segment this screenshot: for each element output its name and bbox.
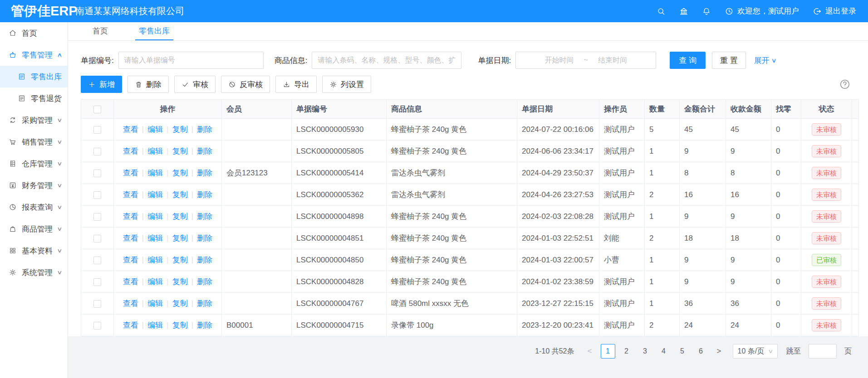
- sidebar-item-retail-outbound[interactable]: 零售出库: [0, 66, 68, 87]
- delete-link[interactable]: 删除: [196, 211, 213, 222]
- jump-page-input[interactable]: [809, 344, 837, 359]
- edit-link[interactable]: 编辑: [147, 233, 164, 243]
- select-all-checkbox[interactable]: [93, 106, 101, 113]
- expand-link[interactable]: 展开 ∨: [754, 55, 776, 66]
- row-checkbox[interactable]: [93, 191, 101, 199]
- next-page-button[interactable]: >: [712, 344, 726, 358]
- copy-link[interactable]: 复制: [172, 168, 189, 178]
- row-checkbox[interactable]: [93, 126, 101, 134]
- copy-link[interactable]: 复制: [172, 146, 189, 156]
- goods-info-input[interactable]: [312, 52, 461, 69]
- page-number-6[interactable]: 6: [694, 344, 708, 359]
- delete-link[interactable]: 删除: [196, 276, 213, 287]
- copy-link[interactable]: 复制: [172, 276, 189, 287]
- bank-icon[interactable]: [679, 7, 688, 16]
- copy-link[interactable]: 复制: [172, 211, 189, 222]
- delete-link[interactable]: 删除: [196, 168, 213, 178]
- row-checkbox[interactable]: [93, 148, 101, 155]
- goods-cell: 蜂蜜柚子茶 240g 黄色: [387, 271, 517, 293]
- copy-link[interactable]: 复制: [172, 189, 189, 200]
- delete-link[interactable]: 删除: [196, 189, 213, 200]
- search-button[interactable]: 查 询: [670, 52, 706, 69]
- sidebar-item-warehouse-mgmt[interactable]: 仓库管理∨: [0, 153, 68, 174]
- delete-link[interactable]: 删除: [196, 146, 213, 156]
- copy-link[interactable]: 复制: [172, 124, 189, 135]
- sidebar-item-basic-data[interactable]: 基本资料∨: [0, 240, 68, 262]
- row-checkbox[interactable]: [93, 235, 101, 242]
- row-checkbox[interactable]: [93, 213, 101, 221]
- edit-link[interactable]: 编辑: [147, 298, 164, 309]
- sidebar-item-finance-mgmt[interactable]: 财务管理∨: [0, 174, 68, 196]
- logout-button[interactable]: 退出登录: [813, 6, 856, 16]
- copy-link[interactable]: 复制: [172, 233, 189, 243]
- row-checkbox[interactable]: [93, 322, 101, 330]
- help-icon[interactable]: [839, 78, 851, 90]
- sidebar-item-sales-mgmt[interactable]: 销售管理∨: [0, 131, 68, 153]
- view-link[interactable]: 查看: [122, 298, 139, 309]
- table-row: 查看|编辑|复制|删除LSCK00000005930蜂蜜柚子茶 240g 黄色2…: [81, 119, 859, 141]
- page-number-4[interactable]: 4: [657, 344, 671, 359]
- delete-link[interactable]: 删除: [196, 298, 213, 309]
- add-button[interactable]: 新增: [81, 76, 122, 93]
- sidebar-item-system-mgmt[interactable]: 系统管理∨: [0, 262, 68, 283]
- date-range-input[interactable]: 开始时间 ~ 结束时间: [515, 52, 656, 69]
- view-link[interactable]: 查看: [122, 168, 139, 178]
- sidebar-item-purchase-mgmt[interactable]: 采购管理∨: [0, 109, 68, 131]
- row-checkbox[interactable]: [93, 257, 101, 264]
- sidebar-item-retail-mgmt[interactable]: 零售管理∧: [0, 44, 68, 66]
- page-number-5[interactable]: 5: [675, 344, 690, 359]
- edit-link[interactable]: 编辑: [147, 276, 164, 287]
- view-link[interactable]: 查看: [122, 320, 139, 330]
- row-checkbox[interactable]: [93, 170, 101, 177]
- change-cell: 0: [771, 271, 801, 293]
- copy-link[interactable]: 复制: [172, 255, 189, 265]
- row-checkbox[interactable]: [93, 278, 101, 286]
- change-cell: 0: [771, 206, 801, 228]
- notification-bell-icon[interactable]: [702, 7, 711, 16]
- tab-首页[interactable]: 首页: [89, 22, 112, 40]
- prev-page-button[interactable]: <: [583, 344, 597, 358]
- view-link[interactable]: 查看: [122, 255, 139, 265]
- edit-link[interactable]: 编辑: [147, 168, 164, 178]
- status-badge: 未审核: [812, 167, 841, 179]
- view-link[interactable]: 查看: [122, 146, 139, 156]
- copy-link[interactable]: 复制: [172, 320, 189, 330]
- edit-link[interactable]: 编辑: [147, 320, 164, 330]
- sidebar-item-goods-mgmt[interactable]: 商品管理∨: [0, 218, 68, 240]
- audit-button[interactable]: 审核: [174, 76, 216, 93]
- export-button[interactable]: 导出: [275, 76, 317, 93]
- sidebar-item-retail-return[interactable]: 零售退货: [0, 87, 68, 109]
- row-checkbox[interactable]: [93, 300, 101, 308]
- delete-link[interactable]: 删除: [196, 255, 213, 265]
- view-link[interactable]: 查看: [122, 233, 139, 243]
- page-number-2[interactable]: 2: [619, 344, 634, 359]
- delete-link[interactable]: 删除: [196, 320, 213, 330]
- delete-button[interactable]: 删除: [128, 76, 169, 93]
- edit-link[interactable]: 编辑: [147, 146, 164, 156]
- edit-link[interactable]: 编辑: [147, 255, 164, 265]
- edit-link[interactable]: 编辑: [147, 211, 164, 222]
- received-cell: 9: [726, 206, 771, 228]
- view-link[interactable]: 查看: [122, 211, 139, 222]
- tab-零售出库[interactable]: 零售出库: [135, 22, 173, 40]
- view-link[interactable]: 查看: [122, 124, 139, 135]
- sidebar-item-home[interactable]: 首页: [0, 22, 68, 44]
- delete-link[interactable]: 删除: [196, 124, 213, 135]
- copy-link[interactable]: 复制: [172, 298, 189, 309]
- unaudit-button[interactable]: 反审核: [221, 76, 270, 93]
- delete-link[interactable]: 删除: [196, 233, 213, 243]
- edit-link[interactable]: 编辑: [147, 124, 164, 135]
- reset-button[interactable]: 重 置: [712, 52, 746, 69]
- bill-no-input[interactable]: [118, 52, 264, 69]
- view-link[interactable]: 查看: [122, 189, 139, 200]
- page-number-1[interactable]: 1: [601, 344, 615, 359]
- search-icon[interactable]: [657, 7, 666, 16]
- sidebar-item-report-query[interactable]: 报表查询∨: [0, 196, 68, 218]
- member-cell: 会员123123: [222, 162, 292, 184]
- page-number-3[interactable]: 3: [638, 344, 652, 359]
- edit-link[interactable]: 编辑: [147, 189, 164, 200]
- view-link[interactable]: 查看: [122, 276, 139, 287]
- page-size-select[interactable]: 10 条/页 ∨: [733, 344, 778, 359]
- column-settings-button[interactable]: 列设置: [322, 76, 371, 93]
- welcome-user[interactable]: 欢迎您，测试用户: [725, 6, 799, 16]
